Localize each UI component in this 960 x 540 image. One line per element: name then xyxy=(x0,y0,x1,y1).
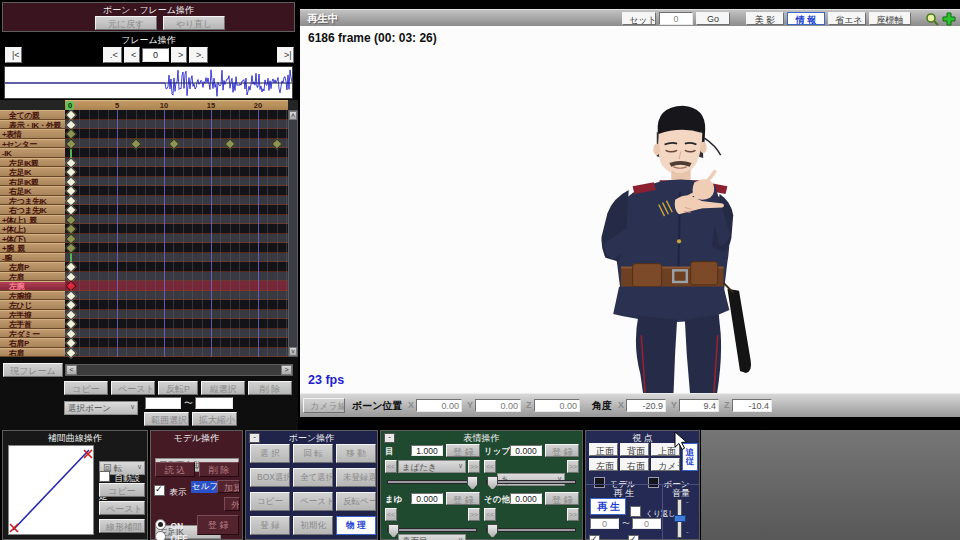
face-eye-slider[interactable] xyxy=(387,480,477,484)
frame-number-input[interactable] xyxy=(142,48,169,62)
timeline-vscrollbar[interactable]: ˄ ˅ xyxy=(288,110,298,357)
bone-op-copy-button[interactable]: コピー xyxy=(250,492,290,511)
timeline-row[interactable] xyxy=(65,253,288,263)
column-select-button[interactable]: 縦選択 xyxy=(201,381,245,395)
pos-y-input[interactable] xyxy=(475,399,521,412)
scroll-right-icon[interactable]: > xyxy=(281,365,292,375)
model-display-checkbox[interactable]: 表示 xyxy=(154,481,186,499)
bone-name-item[interactable]: +センター xyxy=(0,139,65,149)
face-lip-slider[interactable] xyxy=(486,480,576,484)
face-eye-next-button[interactable]: >> xyxy=(468,460,480,473)
timeline-row[interactable] xyxy=(65,158,288,168)
select-bone-dropdown[interactable]: 選択ボーン xyxy=(64,401,138,415)
play-to-input[interactable] xyxy=(632,518,661,529)
display-checkbox-box[interactable] xyxy=(154,485,165,496)
bone-name-item[interactable]: 左肩P xyxy=(0,262,65,272)
rot-x-input[interactable] xyxy=(626,399,666,412)
bone-name-item[interactable]: 左ダミー xyxy=(0,329,65,339)
timeline-row[interactable] xyxy=(65,338,288,348)
bone-name-item[interactable]: +体(上) xyxy=(0,224,65,234)
timeline-row[interactable] xyxy=(65,224,288,234)
pos-x-input[interactable] xyxy=(416,399,462,412)
model-load-button[interactable]: 読 込 xyxy=(155,462,195,477)
face-brow-next-button[interactable]: >> xyxy=(468,508,480,521)
model-register-button[interactable]: 登 録 xyxy=(197,515,239,535)
timeline-row[interactable] xyxy=(65,319,288,329)
face-lip-value[interactable] xyxy=(510,445,542,456)
bone-name-item[interactable]: 左足IK親 xyxy=(0,158,65,168)
autoset-checkbox-box[interactable] xyxy=(99,471,110,482)
frame-first-button[interactable]: |< xyxy=(5,47,22,63)
timeline-row[interactable] xyxy=(65,110,288,120)
bone-name-item[interactable]: 左肩 xyxy=(0,272,65,282)
view-right-button[interactable]: 右面 xyxy=(620,458,649,471)
timeline-ruler[interactable]: 05101520 xyxy=(65,100,288,110)
timeline-row[interactable] xyxy=(65,329,288,339)
face-lip-register-button[interactable]: 登 録 xyxy=(545,444,579,457)
bone-name-item[interactable]: 左手首 xyxy=(0,319,65,329)
timeline-row[interactable] xyxy=(65,234,288,244)
face-lip-prev-button[interactable]: << xyxy=(484,460,496,473)
timeline-row[interactable] xyxy=(65,196,288,206)
copy-button[interactable]: コピー xyxy=(64,381,108,395)
repeat-checkbox-box[interactable] xyxy=(630,506,641,517)
bone-name-item[interactable]: 右足IK親 xyxy=(0,177,65,187)
bone-name-item[interactable]: 左手捩 xyxy=(0,310,65,320)
range-to-input[interactable] xyxy=(195,397,233,409)
set-button[interactable]: セット xyxy=(622,12,656,25)
render-canvas[interactable]: 6186 frame (00: 03: 26) 23 fps xyxy=(300,26,960,393)
set-frame-input[interactable] xyxy=(659,12,693,25)
go-button[interactable]: Go xyxy=(696,12,730,25)
info-toggle[interactable]: 情 報 xyxy=(787,12,825,25)
camera-edit-button[interactable]: カメラ編 xyxy=(303,398,345,413)
bone-name-item[interactable]: 右つま先IK xyxy=(0,205,65,215)
range-select-button[interactable]: 範囲選択 xyxy=(144,412,189,426)
bone-name-item[interactable]: 左腕 xyxy=(0,281,65,291)
timeline-row[interactable] xyxy=(65,205,288,215)
frame-prev-key-button[interactable]: .< xyxy=(103,47,122,63)
face-eye-register-button[interactable]: 登 録 xyxy=(446,444,480,457)
face-other-value[interactable] xyxy=(510,493,542,504)
bone-name-item[interactable]: 左腕捩 xyxy=(0,291,65,301)
face-brow-register-button[interactable]: 登 録 xyxy=(446,492,480,505)
frame-stop-checkbox-box[interactable] xyxy=(628,535,639,540)
bone-op-unregistered-select-button[interactable]: 未登録選 xyxy=(336,468,376,487)
interp-copy-button[interactable]: コピー xyxy=(99,483,145,497)
range-from-input[interactable] xyxy=(145,397,181,409)
delete-button[interactable]: 削 除 xyxy=(248,381,292,395)
face-brow-slider[interactable] xyxy=(387,528,477,532)
face-eye-slider-handle[interactable] xyxy=(467,476,478,490)
frame-prev-button[interactable]: < xyxy=(124,47,140,63)
character-model[interactable] xyxy=(545,101,815,393)
timeline-row[interactable] xyxy=(65,262,288,272)
timeline-row[interactable] xyxy=(65,300,288,310)
timeline-row[interactable] xyxy=(65,281,288,291)
outer-parent-button[interactable]: 外 xyxy=(224,497,240,511)
bone-op-register-button[interactable]: 登 録 xyxy=(250,516,290,535)
view-front-button[interactable]: 正面 xyxy=(589,443,618,456)
undo-button[interactable]: 元に戻す xyxy=(95,16,157,30)
axis-toggle[interactable]: 座標軸 xyxy=(869,12,911,25)
interp-curve-canvas[interactable] xyxy=(8,445,94,535)
timeline-row[interactable] xyxy=(65,167,288,177)
volume-slider-handle[interactable] xyxy=(674,515,686,522)
redo-button[interactable]: やり直し xyxy=(163,16,225,30)
face-brow-value[interactable] xyxy=(411,493,443,504)
face-eye-dropdown[interactable]: まばたき xyxy=(398,460,466,473)
model-add-button[interactable]: 加算 xyxy=(217,480,240,493)
timeline-row[interactable] xyxy=(65,348,288,358)
face-other-slider[interactable] xyxy=(486,528,576,532)
bone-op-move-button[interactable]: 移 動 xyxy=(336,444,376,463)
face-eye-value[interactable] xyxy=(411,445,443,456)
volume-slider[interactable] xyxy=(677,499,682,538)
bone-name-item[interactable]: 左ひじ xyxy=(0,300,65,310)
frame-next-button[interactable]: > xyxy=(171,47,187,63)
face-other-next-button[interactable]: >> xyxy=(567,508,579,521)
frame-start-checkbox-box[interactable] xyxy=(589,535,600,540)
timeline-row[interactable] xyxy=(65,139,288,149)
timeline-row[interactable] xyxy=(65,129,288,139)
bone-name-item[interactable]: -IK xyxy=(0,148,65,158)
face-lip-next-button[interactable]: >> xyxy=(567,460,579,473)
timeline-row[interactable] xyxy=(65,177,288,187)
rot-z-input[interactable] xyxy=(732,399,772,412)
